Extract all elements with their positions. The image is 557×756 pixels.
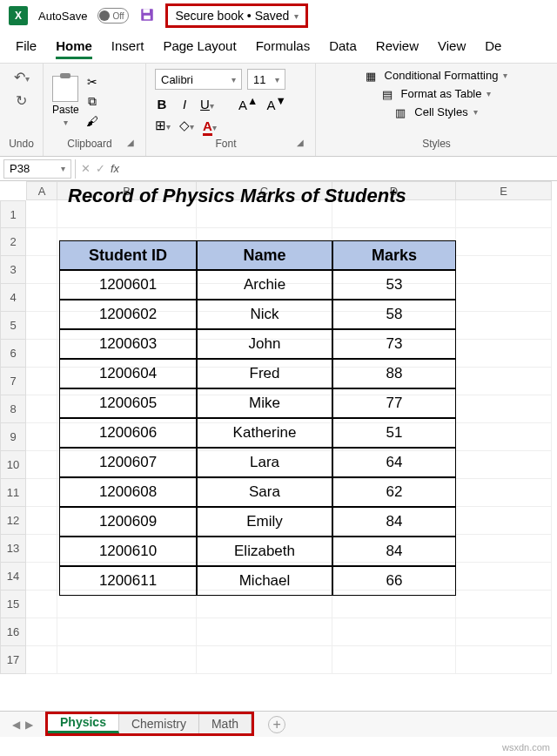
cell[interactable] [456, 646, 552, 674]
cell[interactable] [26, 368, 57, 395]
cell[interactable] [456, 200, 552, 228]
row-header[interactable]: 11 [0, 479, 26, 507]
sheet-tab-chemistry[interactable]: Chemistry [119, 714, 199, 733]
cell[interactable] [26, 256, 57, 284]
tab-view[interactable]: View [438, 38, 466, 59]
sheet-nav-prev-icon[interactable]: ◀ [12, 719, 20, 731]
table-cell[interactable]: 53 [332, 270, 456, 300]
autosave-toggle[interactable]: Off [97, 8, 129, 24]
table-cell[interactable]: John [197, 329, 332, 359]
table-cell[interactable]: 84 [332, 537, 456, 566]
chevron-down-icon[interactable]: ▾ [64, 118, 68, 127]
increase-font-icon[interactable]: A▲ [238, 95, 258, 112]
cell[interactable] [26, 423, 57, 451]
formula-input[interactable] [124, 159, 557, 179]
table-cell[interactable]: 51 [332, 418, 456, 448]
table-cell[interactable]: Lara [197, 448, 332, 477]
table-cell[interactable]: 1200603 [59, 329, 197, 359]
font-size-select[interactable]: 11▾ [247, 69, 285, 90]
row-header[interactable]: 10 [0, 451, 26, 479]
table-cell[interactable]: Mike [197, 388, 332, 418]
tab-review[interactable]: Review [376, 38, 419, 59]
cell[interactable] [456, 256, 552, 284]
row-header[interactable]: 4 [0, 284, 26, 312]
cell-styles-button[interactable]: ▥Cell Styles▾ [395, 105, 477, 118]
tab-more[interactable]: De [485, 38, 501, 59]
cell[interactable] [456, 423, 552, 451]
enter-formula-icon[interactable]: ✓ [96, 162, 105, 175]
cell[interactable] [26, 200, 57, 228]
cell[interactable] [456, 507, 552, 535]
tab-data[interactable]: Data [329, 38, 357, 59]
cell[interactable] [456, 368, 552, 395]
table-cell[interactable]: 66 [332, 566, 456, 596]
borders-button[interactable]: ⊞▾ [155, 118, 171, 133]
format-as-table-button[interactable]: ▤Format as Table▾ [382, 87, 492, 100]
decrease-font-icon[interactable]: A▼ [266, 95, 285, 112]
cell[interactable] [332, 646, 456, 674]
table-cell[interactable]: 1200604 [59, 359, 197, 388]
table-cell[interactable]: 1200607 [59, 448, 197, 477]
table-cell[interactable]: 1200601 [59, 270, 197, 300]
name-box[interactable]: P38▾ [3, 159, 71, 179]
cell[interactable] [197, 618, 332, 646]
table-cell[interactable]: 1200611 [59, 566, 197, 596]
cell[interactable] [26, 284, 57, 312]
table-cell[interactable]: 1200609 [59, 507, 197, 537]
clipboard-launcher-icon[interactable]: ◢ [127, 138, 137, 147]
table-cell[interactable]: Nick [197, 300, 332, 329]
cell[interactable] [456, 395, 552, 423]
table-cell[interactable]: Elizabeth [197, 537, 332, 566]
row-header[interactable]: 7 [0, 368, 26, 395]
tab-home[interactable]: Home [56, 38, 92, 59]
table-cell[interactable]: 1200606 [59, 418, 197, 448]
row-header[interactable]: 15 [0, 591, 26, 618]
cell[interactable] [456, 479, 552, 507]
cell[interactable] [26, 563, 57, 591]
cell[interactable] [456, 284, 552, 312]
col-header-e[interactable]: E [456, 181, 552, 200]
cell[interactable] [456, 451, 552, 479]
tab-formulas[interactable]: Formulas [256, 38, 311, 59]
table-cell[interactable]: Fred [197, 359, 332, 388]
sheet-tab-math[interactable]: Math [199, 714, 252, 733]
cell[interactable] [456, 340, 552, 368]
table-cell[interactable]: 62 [332, 477, 456, 507]
row-header[interactable]: 3 [0, 256, 26, 284]
cell[interactable] [456, 591, 552, 618]
paste-icon[interactable] [52, 76, 78, 102]
table-cell[interactable]: Katherine [197, 418, 332, 448]
sheet-nav-next-icon[interactable]: ▶ [25, 719, 33, 731]
save-icon[interactable] [139, 7, 155, 25]
table-cell[interactable]: 88 [332, 359, 456, 388]
cell[interactable] [26, 535, 57, 563]
cell[interactable] [26, 618, 57, 646]
row-header[interactable]: 6 [0, 340, 26, 368]
font-color-button[interactable]: A▾ [203, 118, 217, 133]
fx-icon[interactable]: fx [111, 162, 119, 175]
row-header[interactable]: 16 [0, 618, 26, 646]
cell[interactable] [456, 228, 552, 256]
row-header[interactable]: 8 [0, 395, 26, 423]
table-header-marks[interactable]: Marks [332, 240, 456, 270]
row-header[interactable]: 17 [0, 646, 26, 674]
row-header[interactable]: 9 [0, 423, 26, 451]
table-cell[interactable]: 77 [332, 388, 456, 418]
row-header[interactable]: 13 [0, 535, 26, 563]
table-cell[interactable]: Emily [197, 507, 332, 537]
copy-icon[interactable]: ⧉ [84, 94, 100, 109]
cell[interactable] [26, 646, 57, 674]
cell[interactable] [456, 535, 552, 563]
table-cell[interactable]: 64 [332, 448, 456, 477]
italic-button[interactable]: I [178, 97, 191, 111]
font-launcher-icon[interactable]: ◢ [297, 138, 306, 147]
row-header[interactable]: 2 [0, 228, 26, 256]
filename-dropdown[interactable]: Secure book • Saved ▾ [165, 3, 308, 28]
format-painter-icon[interactable]: 🖌 [84, 114, 100, 128]
bold-button[interactable]: B [155, 97, 169, 111]
cell[interactable] [57, 618, 197, 646]
cell[interactable] [26, 479, 57, 507]
table-cell[interactable]: Sara [197, 477, 332, 507]
table-cell[interactable]: 1200602 [59, 300, 197, 329]
row-header[interactable]: 14 [0, 563, 26, 591]
